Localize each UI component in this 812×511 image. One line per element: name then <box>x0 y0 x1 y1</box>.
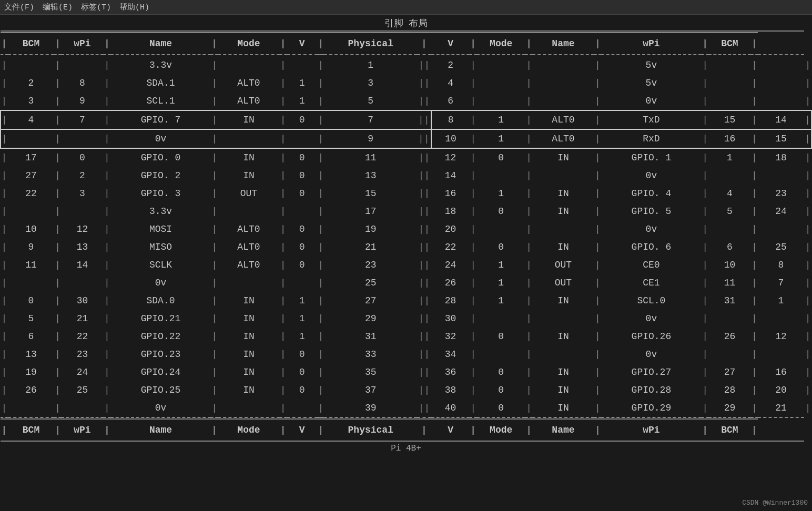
table-row: |13|23|GPIO.23|IN|0|33||34|||0v||| <box>1 345 811 363</box>
table-row: |17|0|GPIO. 0|IN|0|11||12|0|IN|GPIO. 1|1… <box>1 148 811 167</box>
pin-table: |BCM|wPi|Name|Mode|V|Physical|V|Mode|Nam… <box>0 30 812 443</box>
table-row: |||0v|||25||26|1|OUT|CE1|11|7| <box>1 274 811 292</box>
table-row: |||0v|||9||10|1|ALT0|RxD|16|15| <box>1 129 811 148</box>
table-row: |4|7|GPIO. 7|IN|0|7||8|1|ALT0|TxD|15|14| <box>1 110 811 129</box>
page-title: 引脚 布局 <box>0 15 812 30</box>
menu-help[interactable]: 帮助(H) <box>119 2 149 12</box>
menu-edit[interactable]: 编辑(E) <box>43 2 73 12</box>
watermark: CSDN @Winner1300 <box>742 499 808 507</box>
table-row: |||3.3v|||1||2|||5v||| <box>1 56 811 74</box>
table-row: |||0v|||39||40|0|IN|GPIO.29|29|21| <box>1 399 811 417</box>
table-row: |0|30|SDA.0|IN|1|27||28|1|IN|SCL.0|31|1| <box>1 292 811 310</box>
menu-label[interactable]: 标签(T) <box>81 2 111 12</box>
table-row: |||3.3v|||17||18|0|IN|GPIO. 5|5|24| <box>1 202 811 220</box>
table-row: |5|21|GPIO.21|IN|1|29||30|||0v||| <box>1 310 811 328</box>
table-row: |10|12|MOSI|ALT0|0|19||20|||0v||| <box>1 220 811 238</box>
bottom-label: Pi 4B+ <box>0 443 812 455</box>
table-row: |22|3|GPIO. 3|OUT|0|15||16|1|IN|GPIO. 4|… <box>1 185 811 202</box>
table-row: |2|8|SDA.1|ALT0|1|3||4|||5v||| <box>1 74 811 92</box>
menubar: 文件(F) 编辑(E) 标签(T) 帮助(H) <box>0 0 812 15</box>
table-row: |11|14|SCLK|ALT0|0|23||24|1|OUT|CE0|10|8… <box>1 256 811 274</box>
table-row: |27|2|GPIO. 2|IN|0|13||14|||0v||| <box>1 167 811 185</box>
table-row: |3|9|SCL.1|ALT0|1|5||6|||0v||| <box>1 92 811 110</box>
table-row: |9|13|MISO|ALT0|0|21||22|0|IN|GPIO. 6|6|… <box>1 238 811 256</box>
menu-file[interactable]: 文件(F) <box>4 2 34 12</box>
table-row: |26|25|GPIO.25|IN|0|37||38|0|IN|GPIO.28|… <box>1 381 811 399</box>
table-row: |6|22|GPIO.22|IN|1|31||32|0|IN|GPIO.26|2… <box>1 328 811 345</box>
table-row: |19|24|GPIO.24|IN|0|35||36|0|IN|GPIO.27|… <box>1 363 811 381</box>
